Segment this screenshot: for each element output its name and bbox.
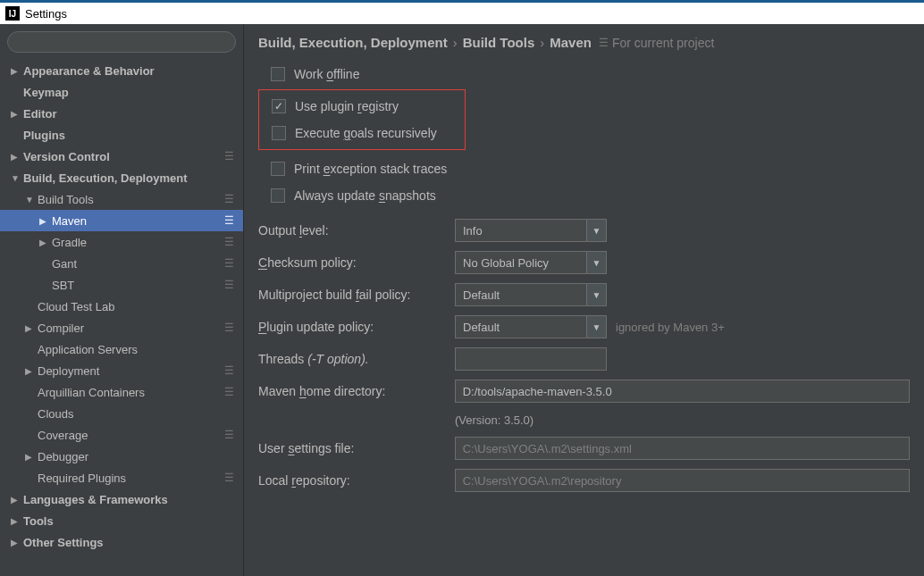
triangle-right-icon[interactable]: ▶ (11, 538, 20, 547)
user-settings-label: User settings file: (258, 441, 455, 455)
sidebar-item-appearance-behavior[interactable]: ▶Appearance & Behavior (0, 60, 243, 81)
user-settings-input[interactable] (455, 437, 910, 460)
triangle-right-icon[interactable]: ▶ (11, 495, 20, 505)
app-icon: IJ (5, 6, 20, 21)
titlebar: IJ Settings (0, 0, 924, 24)
output-level-label: Output level: (258, 223, 455, 238)
triangle-right-icon[interactable]: ▶ (25, 323, 34, 333)
execute-goals-label: Execute goals recursively (295, 126, 437, 140)
sidebar-item-label: Appearance & Behavior (23, 64, 155, 78)
triangle-right-icon[interactable]: ▶ (25, 452, 34, 462)
sidebar-item-gant[interactable]: ▶Gant☰ (0, 253, 243, 274)
sidebar-item-label: Build Tools (38, 193, 94, 206)
always-update-checkbox[interactable] (271, 188, 285, 203)
sidebar-item-label: Gant (52, 257, 77, 271)
project-scope-icon: ☰ (224, 257, 234, 270)
sidebar-item-application-servers[interactable]: ▶Application Servers (0, 338, 243, 360)
project-scope-icon: ☰ (224, 429, 234, 441)
triangle-right-icon[interactable]: ▶ (11, 152, 20, 162)
project-scope-icon: ☰ (224, 364, 234, 377)
sidebar-item-label: Application Servers (38, 343, 138, 356)
work-offline-label: Work offline (294, 67, 359, 81)
threads-input[interactable] (455, 347, 607, 371)
project-scope-icon: ☰ (224, 386, 234, 398)
use-plugin-registry-checkbox[interactable]: ✓ (272, 99, 286, 113)
chevron-down-icon[interactable]: ▼ (587, 315, 607, 338)
chevron-down-icon[interactable]: ▼ (587, 283, 607, 306)
sidebar-item-label: Gradle (52, 236, 87, 249)
sidebar-item-other-settings[interactable]: ▶Other Settings (0, 531, 243, 553)
triangle-down-icon[interactable]: ▼ (11, 173, 20, 183)
project-scope-icon: ☰ (224, 472, 234, 484)
sidebar-item-languages-frameworks[interactable]: ▶Languages & Frameworks (0, 488, 243, 510)
print-exception-checkbox[interactable] (271, 162, 285, 176)
plugin-update-combo[interactable]: Default ▼ (455, 315, 607, 338)
maven-home-input[interactable] (455, 380, 910, 403)
work-offline-checkbox[interactable] (271, 67, 285, 81)
multiproject-combo[interactable]: Default ▼ (455, 283, 607, 306)
sidebar-item-keymap[interactable]: ▶Keymap (0, 81, 243, 103)
plugin-update-label: Plugin update policy: (258, 320, 455, 334)
sidebar-item-maven[interactable]: ▶Maven☰ (0, 210, 243, 231)
checksum-combo[interactable]: No Global Policy ▼ (455, 251, 607, 274)
triangle-right-icon[interactable]: ▶ (39, 238, 48, 247)
search-input[interactable] (7, 31, 236, 53)
execute-goals-row[interactable]: Execute goals recursively (259, 120, 465, 146)
sidebar-item-label: Keymap (23, 86, 69, 99)
local-repo-input[interactable] (455, 469, 910, 492)
sidebar-item-plugins[interactable]: ▶Plugins (0, 124, 243, 146)
sidebar-item-sbt[interactable]: ▶SBT☰ (0, 274, 243, 296)
always-update-row[interactable]: Always update snapshots (258, 182, 910, 209)
sidebar-item-label: Coverage (38, 429, 88, 442)
chevron-right-icon: › (453, 35, 458, 50)
sidebar-item-cloud-test-lab[interactable]: ▶Cloud Test Lab (0, 296, 243, 317)
project-scope-icon: ☰ (224, 279, 234, 291)
triangle-right-icon[interactable]: ▶ (39, 216, 48, 226)
settings-tree: ▶Appearance & Behavior▶Keymap▶Editor▶Plu… (0, 56, 243, 576)
sidebar-item-deployment[interactable]: ▶Deployment☰ (0, 360, 243, 381)
sidebar-item-build-tools[interactable]: ▼Build Tools☰ (0, 188, 243, 210)
use-plugin-registry-row[interactable]: ✓ Use plugin registry (259, 93, 465, 120)
print-exception-label: Print exception stack traces (294, 162, 447, 176)
chevron-down-icon[interactable]: ▼ (587, 251, 607, 274)
threads-label: Threads (-T option). (258, 352, 455, 366)
sidebar-item-coverage[interactable]: ▶Coverage☰ (0, 424, 243, 446)
crumb-1[interactable]: Build Tools (463, 35, 535, 50)
settings-main: Build, Execution, Deployment › Build Too… (244, 24, 924, 576)
sidebar-item-label: Clouds (38, 407, 73, 421)
triangle-right-icon[interactable]: ▶ (25, 366, 34, 376)
sidebar-item-arquillian-containers[interactable]: ▶Arquillian Containers☰ (0, 381, 243, 403)
sidebar-item-label: Debugger (38, 450, 88, 463)
crumb-2[interactable]: Maven (550, 35, 592, 50)
sidebar-item-clouds[interactable]: ▶Clouds (0, 403, 243, 424)
sidebar-item-label: Deployment (38, 364, 99, 378)
sidebar-item-debugger[interactable]: ▶Debugger (0, 446, 243, 467)
breadcrumb: Build, Execution, Deployment › Build Too… (258, 35, 910, 50)
maven-version: (Version: 3.5.0) (258, 407, 910, 432)
sidebar-item-tools[interactable]: ▶Tools (0, 510, 243, 531)
sidebar-item-editor[interactable]: ▶Editor (0, 103, 243, 124)
print-exception-row[interactable]: Print exception stack traces (258, 155, 910, 182)
output-level-combo[interactable]: Info ▼ (455, 219, 607, 242)
sidebar-item-compiler[interactable]: ▶Compiler☰ (0, 317, 243, 338)
work-offline-row[interactable]: Work offline (258, 61, 910, 88)
sidebar-item-label: Required Plugins (38, 472, 126, 485)
sidebar-item-label: Cloud Test Lab (38, 300, 115, 313)
execute-goals-checkbox[interactable] (272, 126, 286, 140)
sidebar-item-build-execution-deployment[interactable]: ▼Build, Execution, Deployment (0, 167, 243, 188)
sidebar-item-label: Plugins (23, 129, 65, 142)
multiproject-label: Multiproject build fail policy: (258, 288, 455, 302)
use-plugin-registry-label: Use plugin registry (295, 99, 399, 113)
triangle-right-icon[interactable]: ▶ (11, 516, 20, 526)
triangle-right-icon[interactable]: ▶ (11, 109, 20, 119)
sidebar-item-label: Maven (52, 214, 87, 228)
sidebar-item-gradle[interactable]: ▶Gradle☰ (0, 231, 243, 253)
scope-label: For current project (612, 36, 714, 50)
triangle-down-icon[interactable]: ▼ (25, 195, 34, 205)
chevron-right-icon: › (540, 35, 544, 50)
sidebar-item-version-control[interactable]: ▶Version Control☰ (0, 146, 243, 167)
crumb-0[interactable]: Build, Execution, Deployment (258, 35, 448, 50)
sidebar-item-required-plugins[interactable]: ▶Required Plugins☰ (0, 467, 243, 488)
triangle-right-icon[interactable]: ▶ (11, 66, 20, 76)
chevron-down-icon[interactable]: ▼ (587, 219, 607, 242)
